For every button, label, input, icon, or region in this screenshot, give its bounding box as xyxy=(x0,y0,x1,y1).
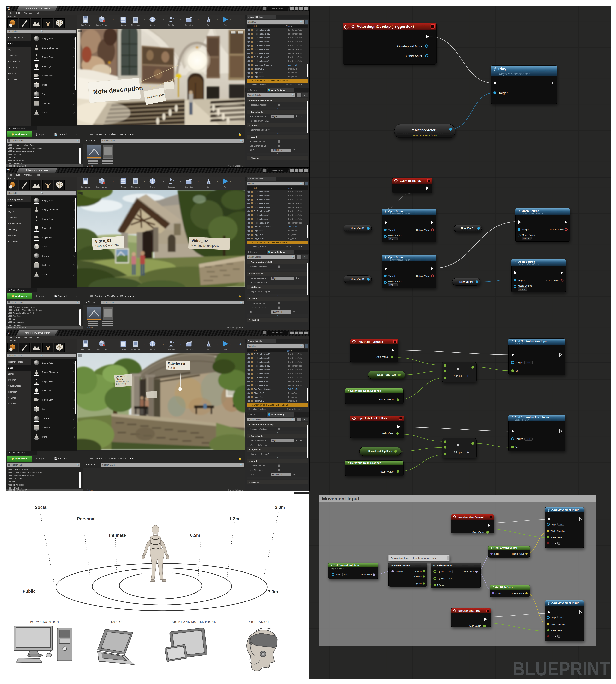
svg-text:ƒ: ƒ xyxy=(548,601,550,604)
svg-text:OnActorBeginOverlap (TriggerBo: OnActorBeginOverlap (TriggerBox) xyxy=(351,24,414,28)
svg-text:X (Roll): X (Roll) xyxy=(437,571,444,573)
svg-text:Event BeginPlay: Event BeginPlay xyxy=(400,179,421,182)
svg-text:Media Source: Media Source xyxy=(388,280,402,283)
svg-text:ƒ: ƒ xyxy=(494,66,496,71)
svg-text:Axis Value: Axis Value xyxy=(377,355,389,358)
svg-text:Add Movement Input: Add Movement Input xyxy=(551,601,578,604)
svg-text:Target: Target xyxy=(388,274,395,278)
svg-text:ƒ: ƒ xyxy=(331,564,332,567)
svg-text:MP0_ ▾: MP0_ ▾ xyxy=(519,288,525,290)
svg-text:⊔: ⊔ xyxy=(391,564,393,567)
svg-text:Media Source: Media Source xyxy=(518,285,532,287)
svg-text:New Var 01: New Var 01 xyxy=(351,227,365,230)
svg-text:✚: ✚ xyxy=(467,451,469,454)
svg-text:ƒ: ƒ xyxy=(511,339,513,343)
svg-text:Get Control Rotation: Get Control Rotation xyxy=(333,564,359,567)
svg-text:Overlapped Actor: Overlapped Actor xyxy=(397,44,422,48)
svg-text:TABLET AND MOBILE PHONE: TABLET AND MOBILE PHONE xyxy=(170,620,216,623)
svg-text:⊕: ⊕ xyxy=(433,564,435,567)
svg-text:VR HEADSET: VR HEADSET xyxy=(249,620,269,623)
svg-text:Exterior Po: Exterior Po xyxy=(168,361,185,366)
svg-text:World Direction: World Direction xyxy=(551,530,565,532)
svg-text:Target: Target xyxy=(522,228,529,231)
svg-text:Target is Media Player: Target is Media Player xyxy=(389,213,410,215)
svg-text:Target is Pawn: Target is Pawn xyxy=(331,567,344,570)
svg-text:New Var 03: New Var 03 xyxy=(461,227,475,230)
svg-text:Val: Val xyxy=(515,370,519,372)
svg-text:Return Value: Return Value xyxy=(379,470,394,473)
svg-text:Target: Target xyxy=(499,91,508,95)
svg-text:X (Roll): X (Roll) xyxy=(415,570,422,572)
svg-text:PC WORKSTATION: PC WORKSTATION xyxy=(30,620,59,623)
svg-text:Personal: Personal xyxy=(77,516,95,522)
svg-text:Base Turn Rate: Base Turn Rate xyxy=(377,374,396,376)
svg-text:Add pin: Add pin xyxy=(454,375,462,377)
svg-text:Target is Media Player: Target is Media Player xyxy=(389,259,410,261)
svg-text:3.0m: 3.0m xyxy=(275,505,285,510)
svg-text:7.0m: 7.0m xyxy=(268,589,278,594)
svg-text:Target: Target xyxy=(518,279,525,282)
svg-text:✚: ✚ xyxy=(467,375,469,378)
svg-text:New Var 02: New Var 02 xyxy=(351,278,365,281)
svg-text:In Rot: In Rot xyxy=(496,592,501,595)
svg-text:Y (Pitch): Y (Pitch) xyxy=(437,577,445,580)
svg-text:ƒ: ƒ xyxy=(491,547,492,549)
svg-text:Base Look Up Rate: Base Look Up Rate xyxy=(369,450,392,453)
svg-text:Get Right Vector: Get Right Vector xyxy=(495,586,515,589)
svg-text:In Rot: In Rot xyxy=(494,553,500,555)
svg-text:World Direction: World Direction xyxy=(551,623,565,625)
svg-text:Other Actor: Other Actor xyxy=(406,54,422,58)
svg-text:Scale Value: Scale Value xyxy=(551,536,562,538)
svg-text:Return Value: Return Value xyxy=(379,398,394,401)
svg-text:Target: Target xyxy=(515,438,523,440)
svg-text:Axis Value: Axis Value xyxy=(469,625,481,627)
svg-text:ƒ: ƒ xyxy=(492,586,494,589)
svg-text:Target is Pawn: Target is Pawn xyxy=(515,419,529,421)
svg-text:self: self xyxy=(559,524,562,525)
svg-text:ƒ: ƒ xyxy=(519,209,520,213)
svg-text:LAPTOP: LAPTOP xyxy=(111,620,123,623)
svg-text:Z (Yaw): Z (Yaw) xyxy=(437,584,444,587)
svg-text:ƒ: ƒ xyxy=(548,508,550,511)
svg-text:Get World Delta Seconds: Get World Delta Seconds xyxy=(350,462,381,464)
svg-text:InputAxis MoveRight: InputAxis MoveRight xyxy=(458,610,481,612)
svg-text:Val: Val xyxy=(515,446,519,448)
svg-text:Rotation: Rotation xyxy=(395,570,403,572)
svg-text:Break Rotator: Break Rotator xyxy=(394,564,410,567)
svg-text:Axis Value: Axis Value xyxy=(472,531,485,533)
svg-text:0.0: 0.0 xyxy=(448,571,451,573)
svg-text:Get World Delta Seconds: Get World Delta Seconds xyxy=(350,390,381,392)
svg-text:Target: Target xyxy=(551,616,556,619)
svg-text:South: South xyxy=(168,366,175,369)
svg-text:Scale Value: Scale Value xyxy=(551,629,562,632)
svg-text:from Persistent Level: from Persistent Level xyxy=(413,134,437,136)
svg-text:Media Source: Media Source xyxy=(388,234,402,237)
svg-text:Target: Target xyxy=(388,228,395,231)
svg-text:Return Value: Return Value xyxy=(359,573,372,576)
svg-text:ƒ: ƒ xyxy=(514,260,516,263)
svg-text:Add Movement Input: Add Movement Input xyxy=(551,508,578,511)
svg-text:Social: Social xyxy=(35,505,48,510)
svg-text:InputAxis TurnRate: InputAxis TurnRate xyxy=(358,340,383,344)
svg-text:self: self xyxy=(527,361,530,364)
svg-text:Return Value: Return Value xyxy=(416,228,430,231)
svg-text:✕: ✕ xyxy=(456,443,460,448)
svg-text:Return Value: Return Value xyxy=(546,279,560,282)
svg-text:Force: Force xyxy=(551,635,556,638)
svg-text:Zero out pitch and roll, only: Zero out pitch and roll, only move on pl… xyxy=(391,557,437,559)
svg-text:Play: Play xyxy=(498,67,506,71)
svg-text:ƒ: ƒ xyxy=(385,209,387,213)
svg-text:Movement Input: Movement Input xyxy=(322,496,359,501)
svg-text:Get Forward Vector: Get Forward Vector xyxy=(493,547,518,549)
svg-text:Public: Public xyxy=(23,589,36,594)
svg-text:1.2m: 1.2m xyxy=(229,516,239,522)
svg-text:Intimate: Intimate xyxy=(109,533,126,538)
svg-text:Axis Value: Axis Value xyxy=(382,432,394,435)
svg-text:MP0_ ▾: MP0_ ▾ xyxy=(523,238,529,240)
svg-text:Video_02: Video_02 xyxy=(192,238,208,243)
svg-text:self: self xyxy=(527,438,530,440)
svg-text:Target is Media Player: Target is Media Player xyxy=(522,212,544,215)
svg-text:ƒ: ƒ xyxy=(348,462,349,464)
svg-text:MP0_ ▾: MP0_ ▾ xyxy=(389,238,396,240)
svg-text:Media Source: Media Source xyxy=(522,234,536,236)
